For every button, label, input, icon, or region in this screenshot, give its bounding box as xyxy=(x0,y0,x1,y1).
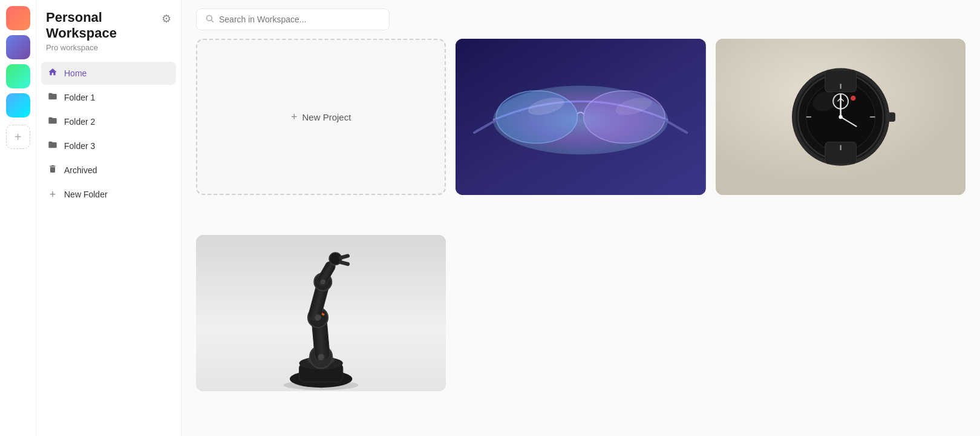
search-icon xyxy=(205,14,214,25)
svg-line-1 xyxy=(211,20,213,22)
settings-icon[interactable]: ⚙ xyxy=(162,12,171,25)
home-icon xyxy=(47,67,58,79)
workspace-subtitle: Pro workspace xyxy=(46,43,162,52)
project-card-robot[interactable] xyxy=(196,235,446,391)
sidebar-header: Personal Workspace Pro workspace ⚙ xyxy=(36,10,181,62)
svg-point-4 xyxy=(496,91,577,144)
svg-point-5 xyxy=(584,91,665,144)
search-input[interactable] xyxy=(219,15,381,24)
workspace-title: Personal Workspace xyxy=(46,10,162,42)
new-project-card[interactable]: + New Project xyxy=(196,39,446,195)
main-content: + New Project xyxy=(181,0,980,436)
sidebar-item-folder1[interactable]: Folder 1 xyxy=(41,86,176,109)
svg-point-42 xyxy=(315,314,321,320)
workspace-avatar-3[interactable] xyxy=(6,64,30,88)
svg-rect-17 xyxy=(887,113,895,121)
sidebar-item-archived[interactable]: Archived xyxy=(41,159,176,182)
sidebar-item-folder3[interactable]: Folder 3 xyxy=(41,134,176,157)
svg-point-0 xyxy=(207,16,212,21)
sidebar-item-folder2[interactable]: Folder 2 xyxy=(41,110,176,133)
sidebar-item-folder1-label: Folder 1 xyxy=(64,93,170,102)
add-workspace-button[interactable]: + xyxy=(6,125,30,149)
project-card-watch[interactable] xyxy=(716,39,965,195)
project-card-glasses[interactable] xyxy=(456,39,705,195)
workspace-avatar-4[interactable] xyxy=(6,93,30,117)
sidebar-item-archived-label: Archived xyxy=(64,165,170,175)
project-grid: + New Project xyxy=(181,39,980,436)
svg-point-24 xyxy=(838,115,842,119)
search-bar[interactable] xyxy=(196,8,390,30)
sidebar: Personal Workspace Pro workspace ⚙ Home … xyxy=(36,0,181,436)
workspace-avatar-2[interactable] xyxy=(6,35,30,59)
svg-point-43 xyxy=(321,279,325,284)
sidebar-nav: Home Folder 1 Folder 2 xyxy=(36,62,181,206)
workspace-avatar-1[interactable] xyxy=(6,6,30,30)
sidebar-item-home-label: Home xyxy=(64,68,170,78)
sidebar-item-folder2-label: Folder 2 xyxy=(64,117,170,127)
workspace-info: Personal Workspace Pro workspace xyxy=(46,10,162,52)
sidebar-item-new-folder[interactable]: + New Folder xyxy=(41,183,176,206)
new-project-label: New Project xyxy=(302,112,351,122)
sidebar-item-folder3-label: Folder 3 xyxy=(64,141,170,151)
svg-point-44 xyxy=(318,354,324,360)
icon-rail: + xyxy=(0,0,36,436)
sidebar-item-new-folder-label: New Folder xyxy=(64,190,170,199)
svg-point-25 xyxy=(851,96,855,101)
folder2-icon xyxy=(47,116,58,128)
sidebar-item-home[interactable]: Home xyxy=(41,62,176,85)
new-folder-icon: + xyxy=(47,188,58,201)
folder3-icon xyxy=(47,140,58,152)
new-project-plus-icon: + xyxy=(291,111,298,124)
topbar xyxy=(181,0,980,39)
archived-icon xyxy=(47,164,58,176)
folder1-icon xyxy=(47,91,58,104)
